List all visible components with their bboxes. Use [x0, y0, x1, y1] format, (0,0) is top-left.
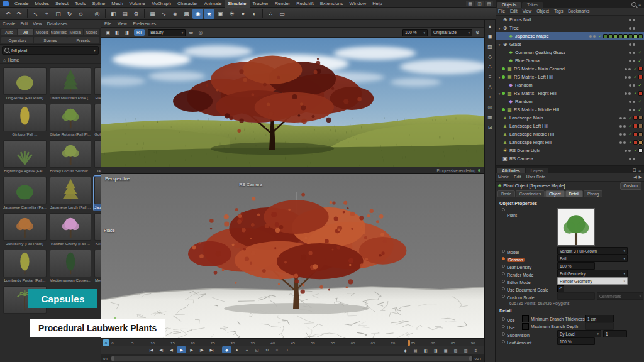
plant-item-kentia-palm-fall-pla[interactable]: Kentia Palm (Fall Pla... — [94, 212, 101, 247]
last-tool-icon[interactable]: ◇ — [75, 9, 86, 19]
viewport-label[interactable]: Perspective — [105, 176, 130, 182]
render-visibility-dot[interactable] — [633, 84, 635, 87]
param-unit-dropdown[interactable]: Centimeters — [597, 292, 643, 300]
scale-icon[interactable]: ◱ — [53, 9, 64, 19]
visibility-dots[interactable] — [619, 141, 626, 144]
render-visibility-dot[interactable] — [623, 133, 626, 136]
axis-mode-icon[interactable]: + — [486, 92, 495, 101]
enable-check[interactable]: ✓ — [637, 50, 643, 55]
enable-check[interactable]: ✓ — [637, 107, 643, 112]
param-number[interactable]: 100 % — [557, 262, 595, 270]
material-tag[interactable] — [638, 148, 643, 153]
filter-toggle-icon[interactable]: ▧ — [451, 347, 460, 354]
layout-split-icon[interactable]: ◫ — [475, 1, 484, 6]
menubar-item-select[interactable]: Select — [52, 0, 72, 8]
param-dot[interactable] — [502, 325, 505, 328]
asset-tab-scenes[interactable]: Scenes — [34, 37, 66, 43]
object-row-grass[interactable]: ▾⊕Grass — [496, 40, 644, 48]
menubar-item-tracker[interactable]: Tracker — [250, 0, 272, 8]
enabled-dot[interactable] — [502, 108, 505, 111]
environment-icon[interactable]: ◐ — [249, 9, 260, 19]
rt-toggle-button[interactable]: RT — [134, 29, 145, 36]
plant-item-juneberry-fall-plant[interactable]: Juneberry (Fall Plant) — [3, 212, 47, 247]
menubar-item-create[interactable]: Create — [11, 0, 32, 8]
enable-check[interactable]: ✓ — [628, 116, 633, 121]
objects-menu-bookmarks[interactable]: Bookmarks — [565, 8, 592, 15]
enable-check[interactable]: ✓ — [633, 91, 638, 96]
range-end-marker[interactable] — [408, 340, 410, 346]
editor-visibility-dot[interactable] — [629, 43, 631, 46]
snap-icon[interactable]: ∴ — [265, 9, 276, 19]
material-tag[interactable] — [638, 116, 643, 120]
search-input[interactable]: fall plant — [11, 48, 91, 53]
plant-item-japanese-maple-fall[interactable]: Japanese Maple (Fall ... — [94, 176, 101, 211]
editor-visibility-dot[interactable] — [589, 35, 592, 38]
material-tag[interactable] — [613, 34, 618, 38]
object-row-rs-matrix-left-hill[interactable]: ▾▦RS Matrix - Left Hill✓ — [496, 73, 644, 81]
range-slider[interactable] — [111, 356, 473, 361]
section-tab-detail[interactable]: Detail — [565, 190, 583, 197]
compare-ab-icon[interactable]: ◨ — [123, 29, 131, 36]
add-cube-icon[interactable]: ▦ — [147, 9, 158, 19]
menubar-item-mesh[interactable]: Mesh — [108, 0, 126, 8]
zoom-level-dropdown[interactable]: 100 % — [402, 29, 428, 36]
param-checkbox[interactable] — [522, 315, 529, 322]
material-tag[interactable] — [638, 124, 643, 128]
visibility-dots[interactable] — [625, 150, 631, 152]
editor-visibility-dot[interactable] — [629, 60, 631, 62]
search-icon[interactable] — [631, 2, 636, 7]
breadcrumb[interactable]: ⌂ Home — [0, 56, 101, 64]
hud-toggle-icon[interactable]: ▤ — [411, 347, 420, 354]
visibility-dots[interactable] — [625, 68, 631, 70]
render-visibility-dot[interactable] — [628, 150, 631, 152]
render-visibility-dot[interactable] — [633, 60, 635, 62]
render-visibility-dot[interactable] — [628, 92, 631, 95]
render-visibility-dot[interactable] — [623, 117, 626, 119]
enable-check[interactable]: ✓ — [637, 58, 643, 63]
menubar-item-mograph[interactable]: MoGraph — [148, 0, 174, 8]
lock-icon[interactable]: ⊡ — [633, 168, 636, 173]
material-tag[interactable] — [638, 132, 643, 136]
autokey-icon[interactable]: ● — [232, 346, 242, 353]
record-rotation-icon[interactable]: ↻ — [262, 346, 272, 353]
object-row-japanese-maple[interactable]: ♣Japanese Maple✓ — [496, 32, 644, 40]
visibility-dots[interactable] — [625, 92, 631, 95]
param-number[interactable]: 100 % — [557, 337, 595, 345]
plant-item-jacaranda-fall-plant[interactable]: Jacaranda (Fall Plant) — [94, 140, 101, 174]
region-render-icon[interactable]: ▭ — [187, 29, 195, 36]
redo-icon[interactable]: ↷ — [14, 9, 25, 19]
spline-pen-icon[interactable]: ∿ — [158, 9, 169, 19]
record-parameters-icon[interactable]: ≡ — [272, 346, 282, 353]
render-visibility-dot[interactable] — [633, 52, 635, 54]
plant-item-lombardy-poplar-fall[interactable]: Lombardy Poplar (Fall... — [3, 249, 47, 283]
render-visibility-dot[interactable] — [633, 101, 635, 103]
tab-attributes[interactable]: Attributes — [497, 168, 525, 173]
prev-key-icon[interactable]: ◀| — [157, 346, 166, 353]
param-dot[interactable] — [502, 287, 505, 290]
object-row-landscape-right-hill[interactable]: ▲Landscape Right Hill✓ — [496, 138, 644, 146]
param-dot[interactable] — [502, 332, 505, 336]
playhead[interactable]: 0 — [103, 339, 109, 346]
visibility-dots[interactable] — [629, 158, 635, 160]
object-row-focus-null[interactable]: ⊕Focus Null — [496, 16, 644, 24]
plant-item-kanzan-cherry-fall[interactable]: Kanzan Cherry (Fall ... — [49, 212, 92, 247]
goto-end-icon[interactable]: ▶| — [207, 346, 216, 353]
plant-item-field-maple-fall-plant[interactable]: Field Maple (Fall Plant) — [94, 67, 101, 101]
plant-item-japanese-larch-fall[interactable]: Japanese Larch (Fall ... — [49, 176, 92, 211]
plant-item-golden-weeping-willo[interactable]: Golden Weeping Willo... — [94, 103, 101, 138]
param-dot[interactable] — [502, 257, 505, 260]
tab-objects[interactable]: Objects — [497, 2, 521, 8]
texture-mode-icon[interactable]: ▨ — [486, 42, 495, 51]
material-tag[interactable] — [618, 34, 623, 38]
visibility-dots[interactable] — [629, 27, 635, 30]
menubar-item-character[interactable]: Character — [174, 0, 201, 8]
object-row-landscape-middle-hill[interactable]: ▲Landscape Middle Hill✓ — [496, 130, 644, 138]
enabled-dot[interactable] — [502, 92, 505, 95]
visibility-dots[interactable] — [629, 43, 635, 46]
mograph-icon[interactable]: ◈ — [170, 9, 180, 19]
compare-icon[interactable]: ◨ — [431, 347, 440, 354]
render-picture-viewer-icon[interactable]: ▤ — [119, 9, 130, 19]
workplane-mode-icon[interactable]: ◇ — [486, 52, 495, 61]
renderview-settings-icon[interactable]: ⚙ — [474, 29, 482, 36]
workplane-icon[interactable]: ▭ — [277, 9, 287, 19]
